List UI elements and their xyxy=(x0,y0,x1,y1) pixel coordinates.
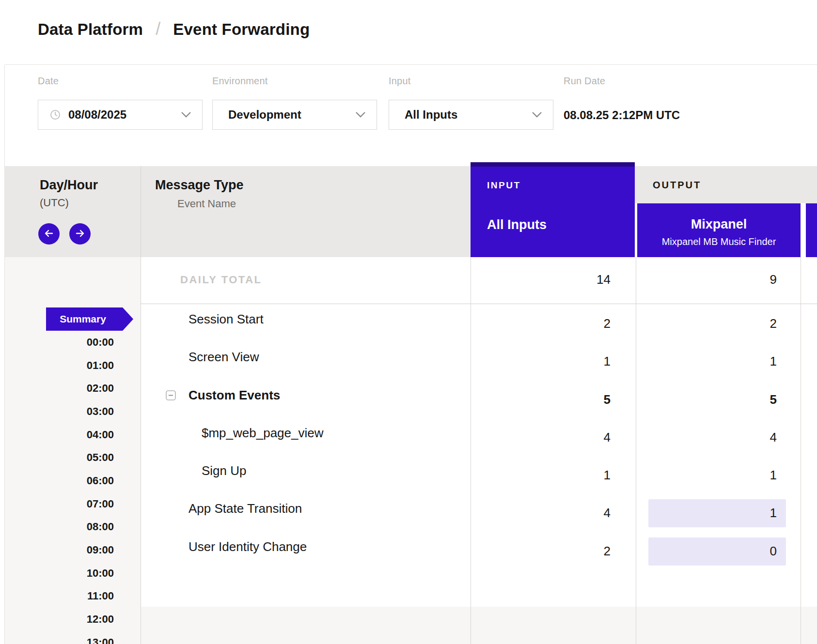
breadcrumb-parent[interactable]: Data Platform xyxy=(38,20,143,39)
output-column-name: Mixpanel xyxy=(637,217,801,232)
breadcrumb-separator: / xyxy=(156,19,160,39)
input-count-cell: 2 xyxy=(480,544,611,559)
chevron-down-icon xyxy=(355,111,366,118)
hour-slot[interactable]: 00:00 xyxy=(5,336,114,349)
environment-value: Development xyxy=(228,108,301,122)
event-row-label[interactable]: Custom Events xyxy=(189,388,280,403)
output-column-header-partial[interactable] xyxy=(806,203,817,257)
hour-slot[interactable]: 10:00 xyxy=(5,567,114,580)
hour-slot[interactable]: 09:00 xyxy=(5,544,114,556)
column-gap xyxy=(801,203,806,257)
output-section-label: OUTPUT xyxy=(653,180,701,191)
page-title: Event Forwarding xyxy=(173,20,310,39)
arrow-right-icon xyxy=(74,228,86,241)
output-count-cell: 2 xyxy=(646,316,777,331)
table-footer-area xyxy=(141,607,817,644)
event-row-label[interactable]: Sign Up xyxy=(202,463,247,478)
hour-slot[interactable]: 08:00 xyxy=(5,521,114,533)
header-divider xyxy=(5,64,817,65)
event-row-label[interactable]: App State Transition xyxy=(189,501,302,516)
summary-row-tag[interactable]: Summary xyxy=(46,307,133,331)
input-count-cell: 1 xyxy=(480,468,611,483)
output-column-subtitle: Mixpanel MB Music Finder xyxy=(637,236,801,247)
chevron-down-icon xyxy=(181,111,191,118)
chevron-down-icon xyxy=(532,111,542,118)
input-column-header[interactable]: INPUT All Inputs xyxy=(471,162,635,257)
hour-slot[interactable]: 04:00 xyxy=(5,429,114,441)
breadcrumb: Data Platform / Event Forwarding xyxy=(38,19,310,40)
output-column-border xyxy=(801,257,801,644)
clock-icon xyxy=(50,109,61,120)
summary-label: Summary xyxy=(60,313,106,325)
day-hour-timezone: (UTC) xyxy=(40,197,69,209)
event-name-subtitle: Event Name xyxy=(177,198,236,210)
arrow-left-icon xyxy=(43,228,55,241)
run-date-label: Run Date xyxy=(564,76,605,87)
output-count-cell: 1 xyxy=(646,506,777,521)
hour-slot[interactable]: 11:00 xyxy=(5,590,114,602)
output-count-cell: 1 xyxy=(646,468,777,483)
output-column-border xyxy=(636,257,636,644)
event-row-label[interactable]: Screen View xyxy=(189,350,259,365)
message-type-column-title: Message Type xyxy=(155,178,244,193)
output-count-cell: 4 xyxy=(646,430,777,445)
hour-slot[interactable]: 02:00 xyxy=(5,382,114,395)
event-row-label[interactable]: User Identity Change xyxy=(189,539,307,554)
input-column-name: All Inputs xyxy=(487,217,547,232)
hour-slot[interactable]: 01:00 xyxy=(5,359,114,372)
date-filter-label: Date xyxy=(38,76,59,87)
input-filter-label: Input xyxy=(389,76,410,87)
output-column-header-mixpanel[interactable]: Mixpanel Mixpanel MB Music Finder xyxy=(637,203,801,257)
event-row-label[interactable]: Session Start xyxy=(189,312,264,327)
sidebar-divider xyxy=(141,166,141,644)
day-hour-column-title: Day/Hour xyxy=(40,178,98,193)
event-row-label[interactable]: $mp_web_page_view xyxy=(202,426,324,441)
input-dropdown[interactable]: All Inputs xyxy=(389,100,553,130)
date-value: 08/08/2025 xyxy=(68,108,126,122)
input-count-cell: 5 xyxy=(480,392,611,407)
input-count-cell: 4 xyxy=(480,430,611,445)
input-column-border xyxy=(471,257,471,644)
input-count-cell: 2 xyxy=(480,316,611,331)
hour-slot[interactable]: 13:00 xyxy=(5,636,114,644)
column-gap xyxy=(635,203,637,257)
run-date-value: 08.08.25 2:12PM UTC xyxy=(564,108,680,122)
date-dropdown[interactable]: 08/08/2025 xyxy=(38,100,203,130)
input-section-label: INPUT xyxy=(487,180,521,191)
output-count-cell: 1 xyxy=(646,354,777,369)
environment-filter-label: Environment xyxy=(212,76,267,87)
daily-total-label: DAILY TOTAL xyxy=(180,274,262,286)
hour-slot[interactable]: 03:00 xyxy=(5,405,114,418)
hour-slot[interactable]: 06:00 xyxy=(5,475,114,487)
daily-total-input-value: 14 xyxy=(480,272,611,287)
output-count-cell: 0 xyxy=(646,544,777,559)
environment-dropdown[interactable]: Development xyxy=(212,100,377,130)
input-column-accent-strip xyxy=(471,162,635,167)
input-count-cell: 4 xyxy=(480,506,611,521)
input-count-cell: 1 xyxy=(480,354,611,369)
minus-square-collapse-icon[interactable] xyxy=(166,390,176,400)
next-day-button[interactable] xyxy=(69,223,91,245)
daily-total-output-value: 9 xyxy=(646,272,777,287)
previous-day-button[interactable] xyxy=(38,223,60,245)
event-forwarding-page: Data Platform / Event Forwarding Date En… xyxy=(0,0,817,644)
output-count-cell: 5 xyxy=(646,392,777,407)
hour-slot[interactable]: 05:00 xyxy=(5,451,114,464)
hour-slot[interactable]: 12:00 xyxy=(5,613,114,626)
daily-total-divider xyxy=(141,304,817,304)
hour-slot[interactable]: 07:00 xyxy=(5,498,114,510)
input-value: All Inputs xyxy=(405,108,457,122)
